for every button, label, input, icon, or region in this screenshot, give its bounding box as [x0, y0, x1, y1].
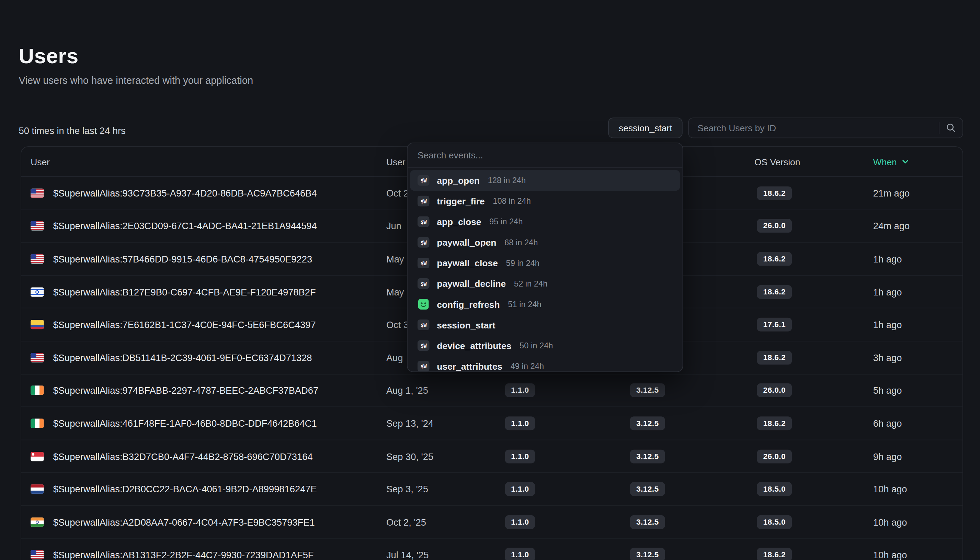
- event-option-count: 52 in 24h: [514, 279, 547, 288]
- user-since-date: Sep 13, '24: [386, 418, 434, 429]
- event-option-count: 50 in 24h: [520, 341, 553, 350]
- android-icon: [417, 299, 430, 310]
- table-row[interactable]: $SuperwallAlias:461F48FE-1AF0-46B0-8DBC-…: [21, 407, 962, 440]
- country-flag-icon: [31, 386, 43, 395]
- os-version-cell: 18.6.2: [722, 186, 827, 200]
- os-version-badge: 18.6.2: [757, 351, 792, 365]
- event-option-count: 59 in 24h: [506, 258, 540, 268]
- event-search-dropdown: $W app_open 128 in 24h $W trigger_fire 1…: [407, 143, 683, 372]
- event-option-label: user_attributes: [437, 361, 502, 371]
- table-row[interactable]: $SuperwallAlias:D2B0CC22-BACA-4061-9B2D-…: [21, 473, 962, 506]
- when-value: 1h ago: [873, 320, 902, 330]
- event-option[interactable]: $W paywall_open 68 in 24h: [410, 232, 680, 253]
- event-option[interactable]: $W session_start: [410, 315, 680, 335]
- user-since-date: Aug 1, '25: [386, 385, 428, 396]
- user-since-date: Oct 2, '25: [386, 517, 426, 527]
- superwall-event-icon: $W: [417, 278, 430, 289]
- table-row[interactable]: $SuperwallAlias:AB1313F2-2B2F-44C7-9930-…: [21, 539, 962, 560]
- app-version-cell: 1.1.0: [468, 383, 573, 397]
- event-option-label: paywall_decline: [437, 278, 506, 288]
- superwall-event-icon: $W: [417, 237, 430, 248]
- col-user: User: [31, 157, 50, 167]
- os-version-badge: 18.6.2: [757, 548, 792, 560]
- event-option[interactable]: $W app_close 95 in 24h: [410, 211, 680, 232]
- os-version-badge: 26.0.0: [757, 449, 792, 463]
- event-count-summary: 50 times in the last 24 hrs: [19, 125, 126, 136]
- user-id: $SuperwallAlias:7E6162B1-1C37-4C0E-94FC-…: [53, 320, 316, 330]
- when-value: 24m ago: [873, 220, 910, 231]
- app-version-badge: 1.1.0: [505, 383, 535, 397]
- os-version-cell: 18.6.2: [722, 285, 827, 298]
- when-value: 9h ago: [873, 451, 902, 462]
- os-version-badge: 26.0.0: [757, 219, 792, 233]
- app-version-cell: 1.1.0: [468, 417, 573, 430]
- app-version-badge: 1.1.0: [505, 515, 535, 529]
- users-page: Users View users who have interacted wit…: [0, 0, 980, 560]
- os-version-cell: 18.6.2: [722, 417, 827, 430]
- user-search: [688, 117, 963, 138]
- event-option[interactable]: $W app_open 128 in 24h: [410, 170, 680, 191]
- user-since-date: Sep 30, '25: [386, 451, 434, 462]
- col-when-sort[interactable]: When: [873, 157, 909, 167]
- event-option-label: config_refresh: [437, 299, 500, 309]
- os-version-cell: 18.6.2: [722, 252, 827, 266]
- event-filter-button[interactable]: session_start: [608, 117, 683, 138]
- event-option-label: device_attributes: [437, 340, 511, 350]
- country-flag-icon: [31, 419, 43, 428]
- event-option-count: 128 in 24h: [488, 175, 526, 185]
- user-id: $SuperwallAlias:B32D7CB0-A4F7-44B2-8758-…: [53, 451, 313, 462]
- user-search-input[interactable]: [689, 118, 939, 137]
- os-version-badge: 18.6.2: [757, 186, 792, 200]
- country-flag-icon: [31, 353, 43, 362]
- event-option-count: 49 in 24h: [511, 362, 544, 371]
- sdk-version-badge: 3.12.5: [630, 417, 665, 430]
- table-row[interactable]: $SuperwallAlias:974BFABB-2297-4787-BEEC-…: [21, 375, 962, 407]
- country-flag-icon: [31, 254, 43, 263]
- user-since-date: Sep 3, '25: [386, 484, 428, 494]
- os-version-badge: 18.5.0: [757, 515, 792, 529]
- os-version-badge: 17.6.1: [757, 318, 792, 332]
- search-icon[interactable]: [940, 123, 962, 133]
- user-since-date: Jul 14, '25: [386, 550, 429, 560]
- col-when-label: When: [873, 157, 897, 167]
- event-option[interactable]: $W user_attributes 49 in 24h: [410, 356, 680, 372]
- event-option[interactable]: $W device_attributes 50 in 24h: [410, 335, 680, 356]
- sdk-version-badge: 3.12.5: [630, 482, 665, 496]
- sdk-version-badge: 3.12.5: [630, 449, 665, 463]
- event-option[interactable]: config_refresh 51 in 24h: [410, 294, 680, 314]
- os-version-cell: 26.0.0: [722, 383, 827, 397]
- country-flag-icon: [31, 320, 43, 329]
- user-id: $SuperwallAlias:974BFABB-2297-4787-BEEC-…: [53, 385, 319, 396]
- superwall-event-icon: $W: [417, 196, 430, 207]
- user-id: $SuperwallAlias:D2B0CC22-BACA-4061-9B2D-…: [53, 484, 317, 494]
- when-value: 1h ago: [873, 287, 902, 297]
- event-option[interactable]: $W paywall_close 59 in 24h: [410, 253, 680, 273]
- table-row[interactable]: $SuperwallAlias:B32D7CB0-A4F7-44B2-8758-…: [21, 440, 962, 473]
- event-option-count: 51 in 24h: [508, 300, 541, 309]
- app-version-badge: 1.1.0: [505, 548, 535, 560]
- event-option-count: 95 in 24h: [489, 217, 523, 227]
- os-version-cell: 26.0.0: [722, 449, 827, 463]
- table-row[interactable]: $SuperwallAlias:A2D08AA7-0667-4C04-A7F3-…: [21, 506, 962, 539]
- sdk-version-cell: 3.12.5: [595, 482, 700, 496]
- user-since-date: May: [386, 287, 404, 297]
- when-value: 21m ago: [873, 188, 910, 198]
- os-version-badge: 26.0.0: [757, 383, 792, 397]
- event-option-label: app_close: [437, 217, 481, 227]
- country-flag-icon: [31, 221, 43, 230]
- event-option-count: 108 in 24h: [493, 197, 531, 206]
- event-search-input[interactable]: [408, 143, 683, 167]
- when-value: 6h ago: [873, 418, 902, 429]
- superwall-event-icon: $W: [417, 175, 430, 186]
- event-option-label: app_open: [437, 175, 480, 185]
- superwall-event-icon: $W: [417, 361, 430, 372]
- app-version-badge: 1.1.0: [505, 417, 535, 430]
- event-option[interactable]: $W paywall_decline 52 in 24h: [410, 273, 680, 294]
- event-option-count: 68 in 24h: [505, 238, 538, 247]
- country-flag-icon: [31, 188, 43, 198]
- when-value: 10h ago: [873, 517, 907, 527]
- country-flag-icon: [31, 452, 43, 461]
- page-title: Users: [19, 43, 79, 68]
- user-since-date: Jun: [386, 220, 401, 231]
- event-option[interactable]: $W trigger_fire 108 in 24h: [410, 191, 680, 211]
